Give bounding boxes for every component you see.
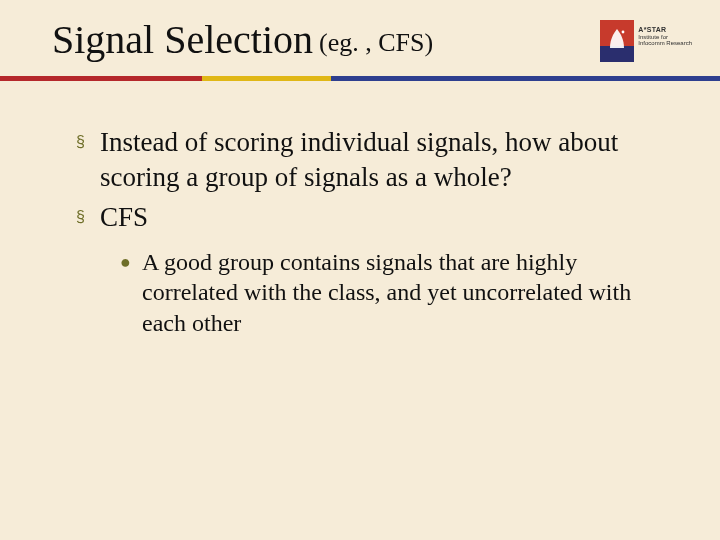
- logo-line2: Institute for: [638, 34, 692, 41]
- logo-line1: A*STAR: [638, 26, 692, 34]
- bullet-marker-icon: §: [76, 200, 90, 234]
- bullet-text: Instead of scoring individual signals, h…: [100, 125, 658, 194]
- divider-segment-red: [0, 76, 202, 81]
- title-row: Signal Selection (eg. , CFS) A*STAR Inst…: [0, 18, 720, 62]
- logo-text: A*STAR Institute for Infocomm Research: [638, 20, 692, 47]
- sub-list: ● A good group contains signals that are…: [76, 241, 658, 339]
- title-divider: [0, 76, 720, 81]
- divider-segment-yellow: [202, 76, 332, 81]
- bullet-level1: § Instead of scoring individual signals,…: [76, 125, 658, 194]
- divider-segment-blue: [331, 76, 720, 81]
- slide-title: Signal Selection: [52, 18, 313, 62]
- bullet-level2: ● A good group contains signals that are…: [120, 247, 658, 339]
- slide-subtitle: (eg. , CFS): [319, 28, 433, 62]
- logo-line3: Infocomm Research: [638, 40, 692, 47]
- svg-point-0: [622, 31, 625, 34]
- bullet-level1: § CFS: [76, 200, 658, 235]
- astar-logo-icon: [600, 20, 634, 62]
- bullet-text: CFS: [100, 200, 148, 235]
- slide: Signal Selection (eg. , CFS) A*STAR Inst…: [0, 0, 720, 540]
- sub-bullet-marker-icon: ●: [120, 247, 132, 277]
- content-area: § Instead of scoring individual signals,…: [0, 81, 720, 339]
- sub-bullet-text: A good group contains signals that are h…: [142, 247, 658, 339]
- bullet-marker-icon: §: [76, 125, 90, 159]
- logo: A*STAR Institute for Infocomm Research: [600, 18, 692, 62]
